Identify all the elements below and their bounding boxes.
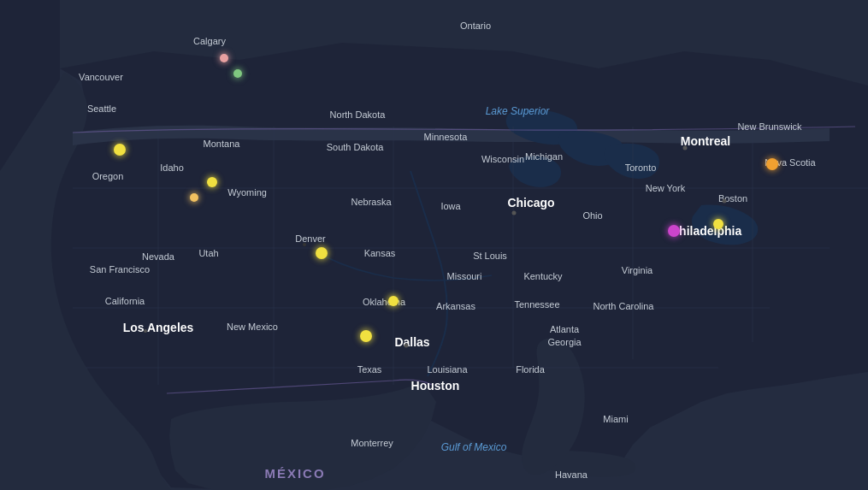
- dot-oregon: [114, 144, 126, 156]
- dot-chicago-small: [512, 211, 517, 215]
- map-svg: [0, 0, 868, 490]
- dot-texas: [360, 330, 372, 342]
- dot-philadelphia-purple: [668, 225, 680, 237]
- dot-dallas-small: [404, 344, 409, 348]
- dot-boston-small: [723, 199, 727, 204]
- dot-denver: [316, 247, 328, 259]
- dot-philadelphia-yellow: [713, 219, 723, 229]
- dot-idaho1: [207, 177, 217, 187]
- dot-idaho2: [190, 193, 198, 202]
- dot-oklahoma: [388, 296, 399, 306]
- dot-calgary-green: [233, 69, 242, 78]
- dot-montreal-small: [683, 146, 688, 151]
- map-container: OntarioCalgaryVancouverSeattleMontanaIda…: [0, 0, 868, 490]
- dot-los-angeles-small: [144, 329, 147, 333]
- dot-calgary-pink: [220, 54, 228, 62]
- dot-nova-scotia: [766, 158, 778, 170]
- dot-denver-small: [303, 243, 306, 246]
